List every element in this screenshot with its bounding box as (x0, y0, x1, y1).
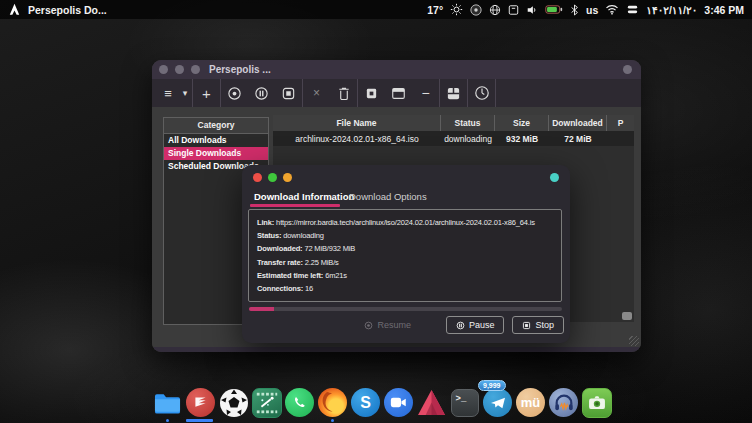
dock-item-persepolis[interactable] (416, 387, 447, 418)
main-menu-button[interactable]: ≡ (158, 79, 178, 107)
progress-window-button[interactable] (385, 79, 412, 107)
close-window-button[interactable] (159, 65, 168, 74)
desktop: { "menubar": { "app_name": "Persepolis D… (0, 0, 752, 423)
dock-item-zoom[interactable] (383, 387, 414, 418)
stage-manager-icon[interactable] (626, 3, 639, 17)
delete-file-button[interactable] (330, 79, 357, 107)
arch-logo-icon[interactable] (8, 3, 21, 17)
pause-button[interactable]: Pause (446, 316, 505, 334)
remove-icon: × (313, 86, 320, 100)
volume-icon[interactable] (526, 3, 538, 17)
dialog-zoom-button[interactable] (268, 173, 277, 182)
schedule-button[interactable] (468, 79, 495, 107)
video-camera-icon (384, 388, 413, 417)
running-indicator (166, 419, 169, 422)
info-line-connections: Connections: 16 (257, 282, 553, 295)
temperature-label[interactable]: 17° (427, 4, 443, 16)
dock-item-skype[interactable]: S (350, 387, 381, 418)
menu-icon: ≡ (164, 86, 172, 101)
dock-item-telegram[interactable]: 9,999 (482, 387, 513, 418)
sidebar-item-single-downloads[interactable]: Single Downloads (164, 147, 268, 160)
red-app-icon (186, 388, 215, 417)
minimize-row-button[interactable]: − (412, 79, 439, 107)
toolbar-separator (495, 79, 496, 107)
dialog-minimize-button[interactable] (283, 173, 292, 182)
plus-icon: + (202, 85, 211, 102)
dock-item-video-editor[interactable] (251, 387, 282, 418)
column-header-status[interactable]: Status (441, 115, 495, 131)
resume-button[interactable]: Resume (355, 317, 420, 333)
column-header-file-name[interactable]: File Name (273, 115, 441, 131)
window-icon (391, 87, 406, 100)
dock-item-screenshot[interactable] (581, 387, 612, 418)
dialog-close-button[interactable] (253, 173, 262, 182)
firefox-icon (318, 388, 347, 417)
package-icon[interactable] (508, 3, 519, 17)
globe-icon[interactable] (489, 3, 501, 17)
dock-item-firefox[interactable] (317, 387, 348, 418)
battery-icon[interactable] (545, 3, 563, 17)
dock-item-terminal[interactable]: >_ (449, 387, 480, 418)
toolbar: ≡ ▾ + × − (152, 79, 641, 107)
sidebar-item-all-downloads[interactable]: All Downloads (164, 134, 268, 147)
titlebar-right-dot[interactable] (623, 65, 632, 74)
active-app-indicator (186, 419, 213, 422)
dialog-button-row: Resume Pause Stop (242, 316, 564, 334)
table-scrollbar[interactable] (622, 312, 632, 320)
menu-clock[interactable]: 3:46 PM (704, 4, 744, 16)
link-label: Link: (257, 218, 274, 227)
folder-icon (154, 392, 181, 414)
dock-item-audacity[interactable] (548, 387, 579, 418)
pink-mountain-icon (417, 389, 446, 416)
play-circle-icon (227, 86, 242, 101)
minimize-window-button[interactable] (175, 65, 184, 74)
dock-item-red-app[interactable] (185, 387, 216, 418)
active-app-name[interactable]: Persepolis Do... (28, 4, 107, 16)
tab-download-options[interactable]: Download Options (349, 191, 427, 202)
wifi-icon[interactable] (605, 3, 619, 17)
info-line-link: Link: https://mirror.bardia.tech/archlin… (257, 216, 553, 229)
dock-item-files[interactable] (152, 387, 183, 418)
dock-item-musescore[interactable]: mü (515, 387, 546, 418)
download-information-dialog: Download Information Download Options Li… (242, 165, 570, 343)
menu-caret-button[interactable]: ▾ (178, 79, 192, 107)
pause-circle-icon (254, 86, 269, 101)
window-title: Persepolis ... (209, 64, 271, 75)
whatsapp-icon (285, 388, 314, 417)
dock-item-whatsapp[interactable] (284, 387, 315, 418)
window-titlebar[interactable]: Persepolis ... (152, 60, 641, 79)
download-info-panel: Link: https://mirror.bardia.tech/archlin… (248, 209, 562, 302)
info-line-downloaded: Downloaded: 72 MiB/932 MiB (257, 242, 553, 255)
pause-download-button[interactable] (248, 79, 275, 107)
queue-panel-button[interactable] (358, 79, 385, 107)
stop-download-button[interactable] (275, 79, 302, 107)
skype-icon: S (351, 388, 380, 417)
column-header-size[interactable]: Size (495, 115, 549, 131)
zoom-window-button[interactable] (191, 65, 200, 74)
cell-downloaded: 72 MiB (549, 131, 607, 146)
column-header-percent[interactable]: P (607, 115, 634, 131)
menu-bar: Persepolis Do... 17° us (0, 0, 752, 19)
resume-download-button[interactable] (221, 79, 248, 107)
resize-grip[interactable] (629, 336, 639, 346)
connections-value: 16 (305, 284, 313, 293)
tab-download-information[interactable]: Download Information (254, 191, 354, 202)
add-download-button[interactable]: + (193, 79, 220, 107)
keyboard-layout-label[interactable]: us (586, 4, 598, 16)
muse-icon: mü (516, 388, 545, 417)
table-row[interactable]: archlinux-2024.02.01-x86_64.iso download… (273, 131, 634, 146)
dock-item-football[interactable] (218, 387, 249, 418)
menu-date[interactable]: ۱۴۰۲/۱۱/۲۰ (646, 4, 697, 16)
dialog-pin-button[interactable] (550, 173, 559, 182)
bluetooth-icon[interactable] (570, 3, 579, 17)
film-wand-icon (252, 388, 282, 418)
column-header-downloaded[interactable]: Downloaded (549, 115, 607, 131)
remove-download-button[interactable]: × (303, 79, 330, 107)
stop-icon (522, 321, 531, 330)
stop-button[interactable]: Stop (512, 316, 564, 334)
cell-percent (607, 131, 634, 146)
status-circle-icon[interactable] (470, 3, 482, 17)
side-panel-button[interactable] (440, 79, 467, 107)
brightness-sun-icon[interactable] (450, 3, 463, 17)
info-line-status: Status: downloading (257, 229, 553, 242)
